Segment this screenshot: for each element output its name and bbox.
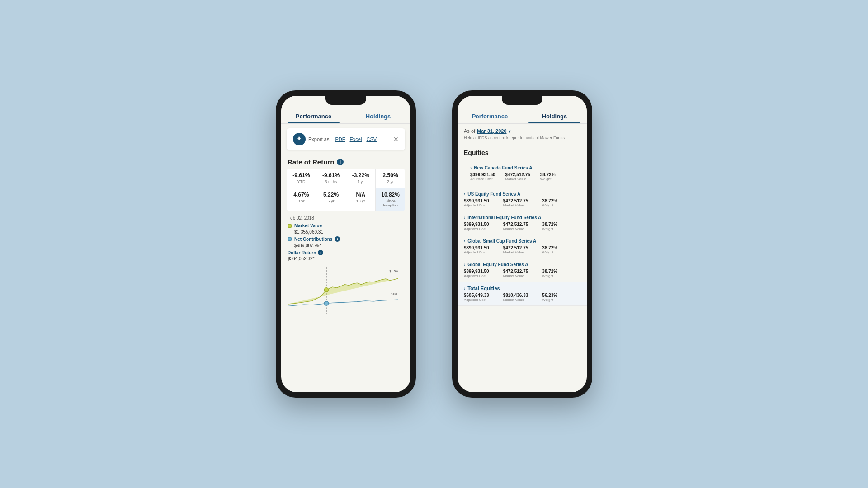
fund-list: › US Equity Fund Series A $399,931.50 Ad… <box>458 188 587 306</box>
rate-of-return-title: Rate of Return i <box>281 155 410 169</box>
fund-data-0: $399,931.50 Adjusted Cost $472,512.75 Ma… <box>458 198 587 211</box>
dollar-return-label: Dollar Return <box>288 250 316 255</box>
fund-chevron-icon-2[interactable]: › <box>464 239 465 244</box>
partial-fund-chevron-icon[interactable]: › <box>470 165 472 170</box>
chart-container: $1.5M $1M <box>288 265 404 319</box>
partial-weight: 38.72% Weight <box>540 172 574 181</box>
fund-adjusted-cost-2: $399,931.50 Adjusted Cost <box>464 245 502 254</box>
left-phone: Performance Holdings Export as: PDF Exce… <box>276 90 416 398</box>
holdings-header: As of Mar 31, 2020 ▾ Held at IFDS as rec… <box>458 124 587 146</box>
ror-cell-3yr: 4.67% 3 yr <box>287 188 316 211</box>
fund-row-2: › Global Small Cap Fund Series A $399,93… <box>458 235 587 258</box>
fund-row-1: › International Equity Fund Series A $39… <box>458 211 587 235</box>
partial-fund-data: $399,931.50 Adjusted Cost $472,512.75 Ma… <box>464 172 580 185</box>
chart-section: Feb 02, 2018 Market Value $1,355,060.31 … <box>281 211 410 324</box>
export-bar: Export as: PDF Excel CSV ✕ <box>287 128 405 150</box>
fund-weight-4: 56.23% Weight <box>542 293 580 302</box>
fund-data-1: $399,931.50 Adjusted Cost $472,512.75 Ma… <box>458 222 587 235</box>
phone-notch-right <box>502 96 542 105</box>
right-phone-content: As of Mar 31, 2020 ▾ Held at IFDS as rec… <box>458 124 587 392</box>
market-value-legend: Market Value <box>288 223 404 228</box>
net-contributions-info-icon[interactable]: i <box>335 236 340 242</box>
ror-cell-ytd: -9.61% YTD <box>287 169 316 188</box>
partial-market-value: $472,512.75 Market Value <box>505 172 539 181</box>
export-icon[interactable] <box>293 133 306 145</box>
export-pdf-link[interactable]: PDF <box>335 136 345 142</box>
fund-chevron-icon-4[interactable]: › <box>464 286 465 291</box>
fund-weight-1: 38.72% Weight <box>542 222 580 231</box>
fund-row-0: › US Equity Fund Series A $399,931.50 Ad… <box>458 188 587 211</box>
right-tab-performance[interactable]: Performance <box>458 108 522 123</box>
held-at-text: Held at IFDS as record keeper for units … <box>464 136 580 140</box>
chart-date: Feb 02, 2018 <box>288 216 404 221</box>
fund-chevron-icon-0[interactable]: › <box>464 192 465 197</box>
left-tab-holdings[interactable]: Holdings <box>346 108 410 123</box>
net-contributions-dot <box>288 237 292 241</box>
fund-chevron-icon-3[interactable]: › <box>464 262 465 267</box>
dollar-return-amount: $364,052.32* <box>288 256 404 261</box>
fund-adjusted-cost-1: $399,931.50 Adjusted Cost <box>464 222 502 231</box>
right-phone-screen: Performance Holdings As of Mar 31, 2020 … <box>458 96 587 392</box>
as-of-row: As of Mar 31, 2020 ▾ <box>464 128 580 134</box>
ror-cell-1yr: -3.22% 1 yr <box>346 169 376 188</box>
fund-market-value-0: $472,512.75 Market Value <box>503 198 542 207</box>
svg-text:$1.5M: $1.5M <box>389 269 398 273</box>
export-close-button[interactable]: ✕ <box>393 136 399 143</box>
ror-cell-10yr: N/A 10 yr <box>346 188 376 211</box>
svg-point-4 <box>324 301 328 305</box>
fund-chevron-icon-1[interactable]: › <box>464 215 465 220</box>
ror-cell-2yr: 2.50% 2 yr <box>376 169 405 188</box>
fund-name-3: Global Equity Fund Series A <box>467 262 528 267</box>
dollar-return-row: Dollar Return i <box>288 250 404 255</box>
ror-cell-since-inception: 10.82% Since Inception <box>376 188 405 211</box>
partial-fund-name: New Canada Fund Series A <box>474 165 532 170</box>
fund-market-value-2: $472,512.75 Market Value <box>503 245 542 254</box>
fund-name-2: Global Small Cap Fund Series A <box>467 239 536 244</box>
left-phone-content: Export as: PDF Excel CSV ✕ Rate of Retur… <box>281 124 410 392</box>
as-of-chevron-icon[interactable]: ▾ <box>509 129 511 134</box>
as-of-label: As of <box>464 128 475 134</box>
fund-name-0: US Equity Fund Series A <box>467 192 520 197</box>
right-phone: Performance Holdings As of Mar 31, 2020 … <box>452 90 592 398</box>
net-contributions-amount: $989,007.99* <box>288 243 404 248</box>
rate-of-return-info-icon[interactable]: i <box>337 159 344 165</box>
fund-header-2: › Global Small Cap Fund Series A <box>458 235 587 245</box>
export-csv-link[interactable]: CSV <box>366 136 377 142</box>
as-of-date[interactable]: Mar 31, 2020 <box>477 128 506 134</box>
equities-title: Equities <box>458 146 587 159</box>
fund-data-4: $605,649.33 Adjusted Cost $810,436.33 Ma… <box>458 293 587 305</box>
svg-point-3 <box>324 288 328 292</box>
left-tab-performance[interactable]: Performance <box>281 108 346 123</box>
fund-row-4: › Total Equities $605,649.33 Adjusted Co… <box>458 282 587 306</box>
export-excel-link[interactable]: Excel <box>350 136 362 142</box>
performance-chart: $1.5M $1M <box>288 265 404 319</box>
fund-data-3: $399,931.50 Adjusted Cost $472,512.75 Ma… <box>458 269 587 282</box>
fund-data-2: $399,931.50 Adjusted Cost $472,512.75 Ma… <box>458 245 587 258</box>
fund-name-1: International Equity Fund Series A <box>467 215 541 220</box>
left-phone-screen: Performance Holdings Export as: PDF Exce… <box>281 96 410 392</box>
dollar-return-info-icon[interactable]: i <box>318 250 323 255</box>
partial-fund-row: › New Canada Fund Series A $399,931.50 A… <box>458 159 587 188</box>
fund-name-4: Total Equities <box>467 286 500 291</box>
fund-weight-3: 38.72% Weight <box>542 269 580 278</box>
market-value-label: Market Value <box>294 223 322 228</box>
fund-adjusted-cost-3: $399,931.50 Adjusted Cost <box>464 269 502 278</box>
partial-fund-header: › New Canada Fund Series A <box>464 162 580 172</box>
fund-weight-2: 38.72% Weight <box>542 245 580 254</box>
fund-header-1: › International Equity Fund Series A <box>458 211 587 222</box>
market-value-amount: $1,355,060.31 <box>288 230 404 235</box>
export-label: Export as: <box>308 136 331 142</box>
fund-weight-0: 38.72% Weight <box>542 198 580 207</box>
fund-market-value-3: $472,512.75 Market Value <box>503 269 542 278</box>
svg-text:$1M: $1M <box>391 292 397 296</box>
fund-header-3: › Global Equity Fund Series A <box>458 258 587 269</box>
fund-header-0: › US Equity Fund Series A <box>458 188 587 198</box>
fund-market-value-1: $472,512.75 Market Value <box>503 222 542 231</box>
net-contributions-legend: Net Contributions i <box>288 236 404 242</box>
fund-adjusted-cost-0: $399,931.50 Adjusted Cost <box>464 198 502 207</box>
market-value-dot <box>288 224 292 228</box>
partial-adjusted-cost: $399,931.50 Adjusted Cost <box>470 172 504 181</box>
rate-of-return-grid: -9.61% YTD -9.61% 3 mths -3.22% 1 yr 2.5… <box>287 169 405 211</box>
right-tab-holdings[interactable]: Holdings <box>522 108 587 123</box>
ror-cell-5yr: 5.22% 5 yr <box>316 188 346 211</box>
